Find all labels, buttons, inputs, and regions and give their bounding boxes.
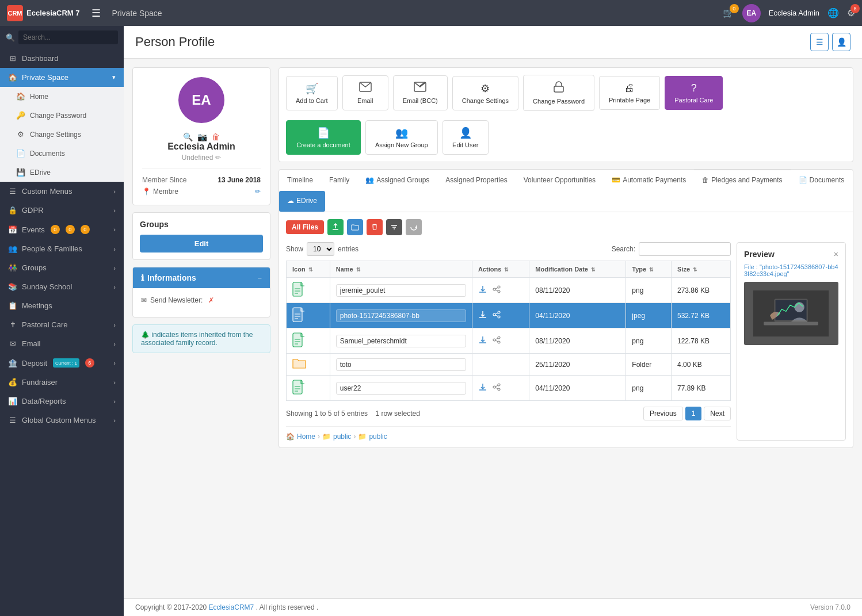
file-name-input[interactable]	[336, 335, 466, 347]
assign-new-group-button[interactable]: 👥 Assign New Group	[365, 120, 438, 155]
sidebar-item-home[interactable]: 🏠 Home	[0, 87, 124, 106]
collapse-icon[interactable]: −	[257, 274, 262, 282]
email-button[interactable]: Email	[342, 75, 388, 110]
sidebar-item-change-password[interactable]: 🔑 Change Password	[0, 106, 124, 125]
breadcrumb-public-1-link[interactable]: public	[333, 433, 351, 441]
sidebar-item-edrive[interactable]: 💾 EDrive	[0, 163, 124, 182]
next-button[interactable]: Next	[704, 407, 731, 420]
profile-card: EA 🔍 📷 🗑 Ecclesia Admin Undefined ✏	[132, 67, 270, 590]
table-row[interactable]: 08/11/2020 png 122.78 KB	[287, 328, 731, 354]
camera-avatar-icon[interactable]: 📷	[197, 132, 207, 141]
footer-brand-link[interactable]: EcclesiaCRM7	[209, 603, 254, 611]
edit-role-icon[interactable]: ✏	[215, 154, 221, 162]
change-password-button[interactable]: Change Password	[523, 75, 594, 111]
new-folder-button[interactable]	[347, 219, 363, 235]
settings-button[interactable]: ⚙8	[847, 7, 855, 18]
sidebar-item-email[interactable]: ✉ Email ›	[0, 334, 124, 353]
download-icon[interactable]	[478, 286, 490, 296]
cart-button[interactable]: 🛒0	[723, 7, 734, 18]
download-icon[interactable]	[478, 337, 490, 346]
sort-button[interactable]	[386, 219, 402, 235]
sidebar-item-pastoral-care[interactable]: ✝ Pastoral Care ›	[0, 315, 124, 334]
share-icon[interactable]	[492, 312, 501, 321]
edit-groups-button[interactable]: Edit	[140, 235, 263, 252]
table-row[interactable]: 04/11/2020 png 77.89 KB	[287, 376, 731, 401]
upload-button[interactable]	[327, 219, 344, 235]
download-icon[interactable]	[478, 312, 490, 321]
create-document-button[interactable]: 📄 Create a document	[286, 120, 361, 155]
tab-assigned-groups[interactable]: 👥 Assigned Groups	[357, 170, 437, 191]
sidebar-item-gdpr[interactable]: 🔒 GDPR ›	[0, 201, 124, 220]
add-to-cart-button[interactable]: 🛒 Add to Cart	[286, 76, 338, 110]
previous-button[interactable]: Previous	[643, 407, 683, 420]
informations-title: ℹ Informations	[141, 273, 196, 282]
sidebar-item-data-reports[interactable]: 📊 Data/Reports ›	[0, 392, 124, 411]
chevron-right-icon: ›	[113, 398, 116, 405]
sidebar-search-area: 🔍	[0, 26, 124, 49]
refresh-button[interactable]	[406, 219, 422, 235]
change-settings-button[interactable]: ⚙ Change Settings	[452, 76, 518, 110]
file-name-input[interactable]	[336, 358, 466, 371]
sidebar-item-dashboard[interactable]: ⊞ Dashboard	[0, 49, 124, 68]
edit-user-button[interactable]: 👤 Edit User	[443, 120, 489, 155]
col-modification-date[interactable]: Modification Date ⇅	[529, 261, 626, 278]
share-icon[interactable]	[492, 286, 501, 296]
col-icon[interactable]: Icon ⇅	[287, 261, 330, 278]
search-input[interactable]	[18, 30, 118, 44]
sidebar-item-meetings[interactable]: 📋 Meetings	[0, 296, 124, 315]
sidebar-item-custom-menus[interactable]: ☰ Custom Menus ›	[0, 182, 124, 201]
tab-edrive[interactable]: ☁ EDrive	[279, 191, 325, 212]
tab-documents[interactable]: 📄 Documents	[791, 170, 853, 191]
tab-pledges-payments[interactable]: 🗑 Pledges and Payments	[694, 170, 790, 191]
entries-select[interactable]: 10 25 50	[307, 242, 334, 256]
delete-files-button[interactable]	[367, 219, 383, 235]
sidebar-item-documents[interactable]: 📄 Documents	[0, 144, 124, 163]
hamburger-icon[interactable]: ☰	[91, 7, 101, 20]
sidebar-item-change-settings[interactable]: ⚙ Change Settings	[0, 125, 124, 144]
file-name-input[interactable]	[336, 382, 466, 395]
file-search-input[interactable]	[639, 242, 731, 256]
table-row[interactable]: 25/11/2020 Folder 4.00 KB	[287, 354, 731, 376]
sidebar-item-label: Home	[30, 93, 48, 101]
all-files-button[interactable]: All Files	[286, 220, 324, 234]
download-icon[interactable]	[478, 384, 490, 393]
share-icon[interactable]	[492, 384, 501, 393]
delete-avatar-icon[interactable]: 🗑	[212, 132, 220, 141]
file-pagination: Showing 1 to 5 of 5 entries 1 row select…	[286, 407, 731, 420]
file-name-input[interactable]	[336, 309, 466, 322]
tab-family[interactable]: Family	[321, 170, 357, 191]
tab-assigned-properties[interactable]: Assigned Properties	[437, 170, 515, 191]
table-row[interactable]: 08/11/2020 png 273.86 KB	[287, 278, 731, 303]
card-view-button[interactable]: 👤	[832, 33, 850, 51]
sidebar-item-global-custom-menus[interactable]: ☰ Global Custom Menus ›	[0, 411, 124, 430]
preview-close-button[interactable]: ×	[834, 250, 838, 259]
breadcrumb-public-2-link[interactable]: public	[369, 433, 387, 441]
pastoral-care-button[interactable]: ? Pastoral Care	[665, 76, 723, 110]
printable-page-button[interactable]: 🖨 Printable Page	[599, 76, 660, 110]
sidebar-item-private-space[interactable]: 🏠 Private Space ▾	[0, 68, 124, 87]
col-size[interactable]: Size ⇅	[672, 261, 731, 278]
list-view-button[interactable]: ☰	[810, 33, 829, 51]
col-actions[interactable]: Actions ⇅	[472, 261, 529, 278]
tab-volunteer-opportunities[interactable]: Volunteer Opportunities	[516, 170, 604, 191]
edit-location-icon[interactable]: ✏	[255, 188, 261, 196]
col-type[interactable]: Type ⇅	[626, 261, 672, 278]
breadcrumb-home-link[interactable]: Home	[297, 433, 315, 441]
sidebar-item-sunday-school[interactable]: 📚 Sunday School ›	[0, 277, 124, 296]
file-name-input[interactable]	[336, 284, 466, 297]
sidebar-item-fundraiser[interactable]: 💰 Fundraiser ›	[0, 373, 124, 392]
sidebar-item-people-families[interactable]: 👥 People & Families ›	[0, 239, 124, 258]
col-name[interactable]: Name ⇅	[330, 261, 472, 278]
table-row[interactable]: 04/11/2020 jpeg 532.72 KB	[287, 303, 731, 328]
page-1-button[interactable]: 1	[685, 407, 702, 420]
payments-icon: 💳	[612, 176, 620, 184]
share-icon[interactable]	[492, 337, 501, 346]
sidebar-item-groups[interactable]: 👫 Groups ›	[0, 258, 124, 277]
email-bcc-button[interactable]: Email (BCC)	[393, 75, 448, 110]
sidebar-item-events[interactable]: 📅 Events 0 0 0 ›	[0, 220, 124, 239]
tab-automatic-payments[interactable]: 💳 Automatic Payments	[604, 170, 694, 191]
globe-button[interactable]: 🌐	[827, 7, 839, 18]
tab-timeline[interactable]: Timeline	[279, 170, 321, 191]
search-avatar-icon[interactable]: 🔍	[183, 132, 193, 141]
sidebar-item-deposit[interactable]: 🏦 Deposit Current : 1 6 ›	[0, 353, 124, 373]
